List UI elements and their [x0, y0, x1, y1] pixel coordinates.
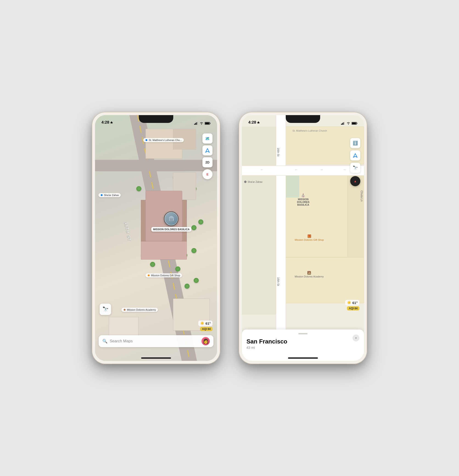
status-time-1: 4:28 — [101, 120, 113, 125]
sun-icon-2d: ☀️ — [347, 301, 351, 305]
battery-icon-2 — [352, 122, 358, 125]
svg-rect-2 — [195, 123, 196, 125]
svg-rect-12 — [343, 122, 344, 125]
svg-rect-8 — [205, 123, 209, 124]
tree — [191, 225, 196, 230]
status-icons-1 — [194, 122, 211, 125]
poi-2d-basilica[interactable]: ⛪ MISSIONDOLORESBASILICA — [297, 193, 309, 206]
battery-icon-1 — [205, 122, 211, 125]
toggle-2d-button[interactable]: 2D — [203, 157, 212, 167]
block-mid-far-right — [347, 175, 364, 257]
svg-rect-17 — [352, 123, 356, 124]
phone-2: 4:28 — [239, 112, 367, 364]
tree — [136, 186, 141, 191]
poi-st-matthews[interactable]: St. Matthew's Lutheran Chu... — [143, 138, 184, 142]
shaar-zahav-label-2d: Sha'ar Zahav — [248, 180, 263, 183]
svg-rect-7 — [210, 123, 211, 124]
weather-sun-icon: ☀️ — [200, 321, 204, 325]
poi-dot-stmatthews — [145, 139, 148, 142]
arrow-left-2: ← — [295, 168, 298, 171]
home-indicator-1 — [141, 357, 171, 359]
phone-2-screen: 4:28 — [242, 115, 364, 361]
compass-2d[interactable]: ▲ — [350, 176, 360, 186]
poi-2d-st-matthews[interactable]: St. Matthew's Lutheran Church — [292, 129, 327, 132]
weather-temp-1: ☀️ 61° — [198, 321, 212, 326]
giftshop-label-2d: Mission Dolores Gift Shop — [295, 238, 324, 241]
mission-dolores-pin[interactable]: 🏛️ MISSION DOLORES BASILICA — [151, 211, 191, 232]
tree — [150, 262, 155, 267]
location-button-2d[interactable] — [350, 150, 360, 161]
pin-icon: 🏛️ — [165, 212, 178, 225]
block-bottom-right — [285, 257, 364, 303]
location-icon-2 — [257, 121, 260, 124]
compass-needle: ▲ — [354, 179, 357, 183]
arrow-left-1: ← — [260, 168, 264, 171]
svg-rect-13 — [344, 122, 344, 125]
status-time-2: 4:28 — [248, 120, 260, 125]
status-icons-2 — [341, 122, 358, 125]
binoculars-button-2d[interactable]: 🔭 — [350, 163, 360, 173]
weather-temp-value-1: 61° — [205, 322, 211, 325]
notch-2 — [286, 115, 320, 123]
poi-2d-academy[interactable]: 🏫 Mission Dolores Academy — [295, 271, 324, 278]
search-bar-1[interactable]: 🔍 Search Maps 👩 — [99, 335, 213, 347]
svg-rect-3 — [196, 122, 197, 125]
svg-rect-11 — [342, 123, 343, 125]
panel-title: San Francisco — [247, 338, 359, 345]
map-3d[interactable]: 16TH ST — [95, 115, 217, 361]
weather-widget-1: ☀️ 61° AQI 64 — [198, 321, 212, 331]
info-button-2d[interactable]: ℹ️ — [350, 138, 360, 148]
compass-1[interactable]: E — [203, 169, 212, 179]
poi-dot-academy — [123, 308, 126, 311]
poi-label-giftshop: Mission Dolores Gift Shop — [151, 274, 180, 277]
poi-label-stmatthews: St. Matthew's Lutheran Chu... — [149, 139, 182, 142]
aqi-badge-2d: AQI 64 — [347, 306, 359, 310]
tree — [175, 266, 180, 272]
bottom-panel: San Francisco 43 mi × — [242, 330, 364, 361]
poi-dot-blue — [100, 194, 103, 196]
user-avatar-1[interactable]: 👩 — [202, 337, 210, 345]
binoculars-button-1[interactable]: 🔭 — [100, 304, 111, 315]
pin-circle: 🏛️ — [164, 211, 178, 226]
map-controls-1: 🗺️ 2D E — [203, 133, 212, 179]
tree — [185, 284, 190, 289]
svg-marker-0 — [110, 121, 113, 124]
pin-label: MISSION DOLORES BASILICA — [151, 227, 191, 232]
poi-2d-giftshop[interactable]: 🎁 Mission Dolores Gift Shop — [295, 234, 324, 241]
panel-close-button[interactable]: × — [353, 334, 359, 341]
giftshop-icon: 🎁 — [308, 234, 311, 238]
academy-label-2d: Mission Dolores Academy — [295, 275, 324, 278]
poi-shaar-zahav[interactable]: Sha'ar Zahav — [98, 193, 121, 197]
map-type-button[interactable]: 🗺️ — [203, 133, 212, 144]
weather-temp-2d: ☀️ 61° — [345, 300, 359, 306]
location-button[interactable] — [203, 145, 212, 155]
poi-gift-shop[interactable]: Mission Dolores Gift Shop — [145, 273, 182, 277]
home-indicator-2 — [288, 357, 318, 359]
location-arrow-icon-2d — [353, 153, 358, 158]
poi-dot-giftshop — [147, 274, 150, 277]
location-arrow-icon — [205, 148, 210, 153]
road-horizontal-1 — [95, 160, 217, 171]
tree — [198, 220, 203, 224]
basilica-church-icon: ⛪ — [301, 193, 305, 197]
poi-label-shaar-zahav: Sha'ar Zahav — [104, 194, 119, 196]
wifi-icon-1 — [200, 122, 203, 125]
notch-1 — [139, 115, 173, 123]
arrow-right-2: → — [343, 168, 346, 171]
svg-rect-16 — [357, 123, 357, 124]
panel-subtitle: 43 mi — [247, 346, 359, 349]
poi-academy-1[interactable]: Mission Dolores Academy — [121, 308, 158, 312]
map-controls-2d: ℹ️ 🔭 ▲ — [350, 138, 360, 186]
map-2d[interactable]: ← ← → → 16th St 16th St Chula Ln ⛪ MISSI… — [242, 115, 364, 361]
poi-2d-shaar-zahav[interactable]: Sha'ar Zahav — [244, 180, 263, 183]
street-label-16th-bottom: 16th St — [277, 277, 280, 286]
basilica-label-2d: MISSIONDOLORESBASILICA — [297, 198, 309, 206]
shaar-zahav-dot — [244, 181, 247, 183]
svg-rect-10 — [341, 124, 342, 125]
phone-1-screen: 4:28 — [95, 115, 217, 361]
block-left — [242, 127, 276, 314]
location-icon-1 — [110, 121, 113, 124]
wifi-icon-2 — [346, 122, 350, 125]
arrow-right-1: → — [320, 168, 323, 171]
signal-icon-1 — [194, 122, 198, 125]
